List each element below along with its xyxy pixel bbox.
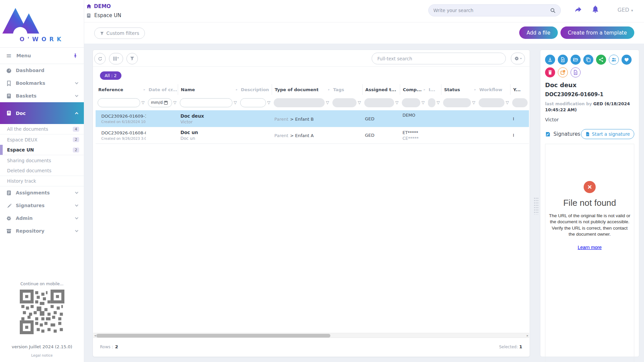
column-header-reference[interactable]: Reference ▸: [96, 84, 146, 95]
sidebar-item-repository[interactable]: Repository: [0, 225, 84, 237]
columns-button[interactable]: ▾: [109, 53, 123, 64]
table-filter-row: ▽ mm/d ▽ ▽ ▽ ▽: [96, 95, 529, 110]
refresh-button[interactable]: [94, 53, 106, 64]
filter-funnel-icon[interactable]: ▽: [358, 100, 361, 105]
custom-filters-label: Custom filters: [106, 31, 139, 36]
favorite-button[interactable]: [622, 55, 632, 65]
delete-button[interactable]: [545, 67, 555, 77]
table-row[interactable]: DOC230926-01608-0 Created on 9/26/2023 3…: [96, 127, 529, 144]
column-header-type[interactable]: Type of document ▸: [272, 84, 330, 95]
panel-resize-handle[interactable]: [534, 197, 538, 215]
filter-funnel-icon[interactable]: ▽: [437, 100, 440, 105]
filter-funnel-icon[interactable]: ▽: [173, 100, 176, 105]
sidebar-item-bookmarks[interactable]: Bookmarks: [0, 77, 84, 89]
add-version-button[interactable]: [558, 55, 568, 65]
sidebar-item-label: Signatures: [16, 203, 71, 208]
properties-button[interactable]: [571, 67, 581, 77]
doc-reference: DOC230926-01608-0: [101, 130, 146, 135]
sidebar-item-doc[interactable]: Doc: [0, 102, 84, 124]
sidebar-item-label: Repository: [16, 228, 71, 234]
filter-funnel-icon[interactable]: ▽: [422, 100, 425, 105]
file-upload-icon: [560, 57, 566, 62]
column-header-date[interactable]: Date of cr...: [146, 84, 178, 95]
sidebar-subitem-espace-un[interactable]: Espace UN 2: [0, 145, 84, 155]
download-button[interactable]: [545, 55, 555, 65]
column-header-status[interactable]: Status ▸: [441, 84, 477, 95]
column-header-description[interactable]: Description: [238, 84, 272, 95]
horizontal-scrollbar[interactable]: ◂ ▸: [93, 333, 529, 338]
filter-funnel-icon[interactable]: ▽: [395, 100, 398, 105]
sidebar-subitem-sharing-documents[interactable]: Sharing documents: [0, 155, 84, 166]
bell-icon[interactable]: [591, 5, 599, 13]
column-header-y[interactable]: Y...: [510, 84, 529, 95]
filter-description-input[interactable]: [240, 98, 266, 107]
create-from-template-button[interactable]: Create from a template: [560, 26, 634, 39]
brand-logo[interactable]: O'WORK: [0, 0, 84, 43]
fulltext-search: [372, 53, 506, 64]
filter-name-input[interactable]: [180, 98, 232, 107]
hamburger-icon[interactable]: ≡: [6, 52, 12, 59]
column-header-tags[interactable]: Tags: [330, 84, 362, 95]
tab-all-documents[interactable]: All : 2: [100, 71, 121, 80]
filter-funnel-icon[interactable]: ▽: [326, 100, 329, 105]
filter-funnel-icon[interactable]: ▽: [234, 100, 237, 105]
learn-more-link[interactable]: Learn more: [578, 245, 602, 250]
filter-funnel-icon[interactable]: ▽: [506, 100, 509, 105]
share-document-button[interactable]: [596, 55, 606, 65]
column-header-workflow[interactable]: Workflow: [477, 84, 510, 95]
user-menu[interactable]: GED▾: [618, 7, 633, 13]
sidebar-subitem-deleted-documents[interactable]: Deleted documents: [0, 166, 84, 176]
copy-button[interactable]: [583, 55, 593, 65]
sidebar-item-assignments[interactable]: Assignments: [0, 186, 84, 199]
global-search: [428, 4, 561, 16]
scrollbar-thumb[interactable]: [96, 334, 330, 338]
column-header-assigned[interactable]: Assigned t...: [362, 84, 400, 95]
add-file-button[interactable]: Add a file: [519, 26, 558, 39]
open-folder-button[interactable]: [571, 55, 581, 65]
edit-button[interactable]: [558, 67, 568, 77]
column-header-company[interactable]: Comp... ▸: [400, 84, 426, 95]
filter-date-input[interactable]: mm/d: [148, 98, 172, 107]
global-search-input[interactable]: [433, 8, 550, 13]
sidebar-subitem-all-documents[interactable]: All the documents 4: [0, 124, 84, 134]
detail-panel: Doc deux DOC230926-01609-1 last modifica…: [540, 50, 639, 357]
sidebar-item-baskets[interactable]: Baskets: [0, 89, 84, 102]
filter-button[interactable]: [126, 53, 138, 64]
column-header-name[interactable]: Name ▸: [178, 84, 238, 95]
legal-notice-link[interactable]: Legal notice: [0, 353, 84, 357]
column-header-i[interactable]: I...: [426, 84, 441, 95]
calendar-icon[interactable]: [164, 101, 168, 105]
assign-users-button[interactable]: [609, 55, 619, 65]
sidebar-subitem-history-track[interactable]: History track: [0, 176, 84, 186]
folder-open-icon: [573, 57, 578, 62]
sidebar-item-admin[interactable]: Admin: [0, 212, 84, 225]
breadcrumb-root[interactable]: DEMO: [86, 3, 111, 9]
subitem-label: All the documents: [7, 126, 73, 132]
signatures-row: Signatures Start a signature: [545, 129, 634, 139]
share-icon[interactable]: [574, 5, 582, 13]
filter-funnel-icon[interactable]: ▽: [267, 100, 270, 105]
sidebar-subitem-espace-deux[interactable]: Espace DEUX 2: [0, 134, 84, 145]
sidebar-item-signatures[interactable]: Signatures: [0, 199, 84, 212]
sidebar-item-label: Baskets: [16, 93, 71, 99]
scroll-left-icon[interactable]: ◂: [94, 334, 96, 338]
filter-funnel-icon[interactable]: ▽: [472, 100, 475, 105]
sidebar-item-label: Assignments: [16, 190, 71, 195]
sidebar-item-dashboard[interactable]: Dashboard: [0, 64, 84, 77]
pin-icon[interactable]: [73, 53, 78, 59]
doc-name: Doc un: [180, 130, 238, 135]
filter-reference-input[interactable]: [98, 98, 140, 107]
start-signature-button[interactable]: Start a signature: [581, 129, 634, 139]
owork-logo-icon: [0, 3, 42, 35]
cell-type: Parent > Enfant B: [272, 116, 330, 122]
scroll-right-icon[interactable]: ▸: [527, 334, 528, 338]
filter-funnel-icon[interactable]: ▽: [142, 100, 145, 105]
table-row[interactable]: w DOC230926-01609-1 Created on 6/18/2024…: [96, 110, 529, 127]
table-settings-button[interactable]: ▾: [511, 53, 525, 64]
cell-type: Parent > Enfant A: [272, 132, 330, 138]
fulltext-search-input[interactable]: [377, 56, 500, 61]
search-icon[interactable]: [550, 8, 556, 13]
document-preview: ✕ File not found The URL of the original…: [545, 144, 634, 362]
custom-filters-button[interactable]: Custom filters: [94, 27, 145, 39]
filter-company-select: [402, 98, 420, 107]
